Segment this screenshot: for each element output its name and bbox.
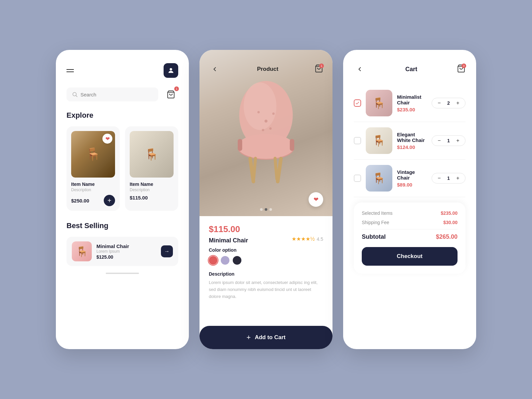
product-screen-title: Product — [257, 66, 278, 72]
heart-filled-icon: ❤ — [105, 136, 110, 142]
best-item-arrow-btn[interactable]: → — [161, 245, 173, 257]
subtotal-value: $265.00 — [436, 233, 458, 240]
product-name-main: Minimal Chair — [209, 237, 248, 244]
explore-card-1-price: $250.00 — [71, 198, 89, 203]
profile-button[interactable] — [164, 63, 178, 78]
explore-grid: 🪑 ❤ Item Name Description $250.00 + — [66, 126, 178, 211]
heart-icon-product: ❤ — [314, 196, 319, 203]
svg-point-0 — [170, 68, 172, 70]
cart-button-home[interactable]: 1 — [164, 87, 178, 102]
cart-item-2-image: 🪑 — [366, 127, 392, 154]
frame-image: 🪑 — [130, 131, 174, 178]
rating-row: ★★★★½ 4.5 — [292, 236, 323, 242]
color-option-purple[interactable] — [221, 256, 229, 265]
svg-point-16 — [257, 111, 260, 113]
color-option-dark[interactable] — [233, 256, 241, 265]
cart-summary: Selected Items $235.00 Shipping Fee $30.… — [354, 202, 466, 274]
qty-minus-3[interactable]: − — [436, 175, 443, 182]
summary-divider — [362, 229, 458, 229]
menu-button[interactable] — [66, 69, 74, 72]
qty-minus-2[interactable]: − — [436, 137, 443, 144]
product-price: $115.00 — [209, 224, 323, 234]
explore-card-1-desc: Description — [71, 188, 115, 192]
add-to-cart-btn-1[interactable]: + — [104, 195, 115, 206]
cart-item-3: 🪑 Vintage Chair $89.00 − 1 + — [354, 160, 466, 197]
plus-icon-cart: + — [246, 333, 251, 342]
chair-icon-small: 🪑 — [76, 246, 88, 257]
cart-item-1-name: Minimalist Chair — [397, 94, 427, 105]
selected-items-label: Selected Items — [362, 210, 393, 216]
cart-item-3-price: $89.00 — [397, 182, 427, 188]
dot-1 — [260, 208, 263, 211]
explore-card-2-desc: Description — [130, 188, 174, 192]
cart-item-1-image: 🪑 — [366, 90, 392, 116]
subtotal-label: Subtotal — [362, 233, 386, 240]
checkout-button[interactable]: Checkout — [362, 247, 458, 266]
cart-item-2-info: Elegant White Chair $124.00 — [397, 132, 427, 150]
product-details: $115.00 Minimal Chair ★★★★½ 4.5 Color op… — [200, 216, 332, 333]
checkmark-icon-1 — [355, 101, 360, 105]
minimalist-chair-icon: 🪑 — [366, 90, 392, 116]
elegant-chair-icon: 🪑 — [366, 127, 392, 154]
cart-item-3-name: Vintage Chair — [397, 169, 427, 181]
svg-rect-10 — [290, 139, 294, 151]
dot-2 — [265, 208, 267, 211]
explore-section: Explore 🪑 ❤ Item Name Description $250.0… — [66, 111, 178, 211]
back-arrow-icon — [211, 66, 218, 73]
cart-header-cart-button[interactable]: 0 — [457, 64, 466, 74]
best-item-1-image: 🪑 — [72, 241, 92, 261]
product-cart-badge: 1 — [319, 64, 324, 68]
cart-icon-home — [167, 90, 175, 99]
cart-back-button[interactable] — [354, 63, 366, 75]
svg-line-2 — [76, 95, 77, 97]
cart-item-2-name: Elegant White Chair — [397, 132, 427, 143]
qty-plus-1[interactable]: + — [455, 100, 461, 106]
product-cart-button[interactable]: 1 — [315, 64, 323, 74]
cart-item-1-price: $235.00 — [397, 107, 427, 112]
search-row: 1 — [66, 87, 178, 102]
cart-checkbox-1[interactable] — [354, 99, 361, 107]
search-icon — [72, 91, 78, 97]
svg-point-19 — [269, 127, 272, 130]
cart-checkbox-2[interactable] — [354, 137, 361, 144]
explore-title: Explore — [66, 111, 178, 120]
profile-icon — [167, 67, 175, 74]
screens-container: 1 Explore 🪑 ❤ Item Name Description — [0, 30, 532, 369]
best-item-1[interactable]: 🪑 Minimal Chair Lorem Ipsum $125.00 → — [66, 237, 178, 266]
selected-items-row: Selected Items $235.00 — [362, 210, 458, 216]
cart-items-list: 🪑 Minimalist Chair $235.00 − 2 + 🪑 — [354, 84, 466, 197]
color-option-red[interactable] — [209, 256, 217, 265]
dot-3 — [269, 208, 272, 211]
best-item-1-price: $125.00 — [96, 254, 156, 260]
svg-rect-9 — [238, 139, 242, 151]
qty-plus-3[interactable]: + — [455, 175, 461, 182]
svg-point-17 — [272, 112, 275, 115]
qty-control-1: − 2 + — [432, 98, 466, 108]
add-to-cart-bar[interactable]: + Add to Cart — [200, 326, 332, 349]
favorite-badge-1[interactable]: ❤ — [102, 134, 112, 144]
best-selling-title: Best Selling — [66, 221, 178, 230]
svg-point-6 — [244, 82, 276, 130]
best-selling-list: 🪑 Minimal Chair Lorem Ipsum $125.00 → — [66, 237, 178, 266]
explore-card-2-image: 🪑 — [130, 131, 174, 178]
search-input[interactable] — [80, 92, 144, 97]
product-back-button[interactable] — [209, 63, 221, 75]
cart-item-3-info: Vintage Chair $89.00 — [397, 169, 427, 188]
qty-control-3: − 1 + — [432, 173, 466, 184]
qty-plus-2[interactable]: + — [455, 137, 461, 144]
shipping-fee-label: Shipping Fee — [362, 220, 389, 225]
home-header — [66, 63, 178, 78]
cart-title: Cart — [405, 66, 417, 73]
cart-checkbox-3[interactable] — [354, 175, 361, 182]
home-indicator — [106, 273, 139, 274]
best-item-1-info: Minimal Chair Lorem Ipsum $125.00 — [96, 243, 156, 260]
explore-card-1[interactable]: 🪑 ❤ Item Name Description $250.00 + — [66, 126, 120, 211]
cart-item-2-price: $124.00 — [397, 144, 427, 150]
product-top-bar: Product 1 — [200, 50, 332, 82]
explore-card-2[interactable]: 🪑 Item Name Description $115.00 — [125, 126, 178, 211]
shipping-fee-row: Shipping Fee $30.00 — [362, 220, 458, 225]
qty-minus-1[interactable]: − — [436, 100, 443, 106]
product-favorite-button[interactable]: ❤ — [309, 192, 323, 207]
vintage-chair-icon: 🪑 — [366, 165, 392, 192]
explore-card-1-footer: $250.00 + — [71, 195, 115, 206]
